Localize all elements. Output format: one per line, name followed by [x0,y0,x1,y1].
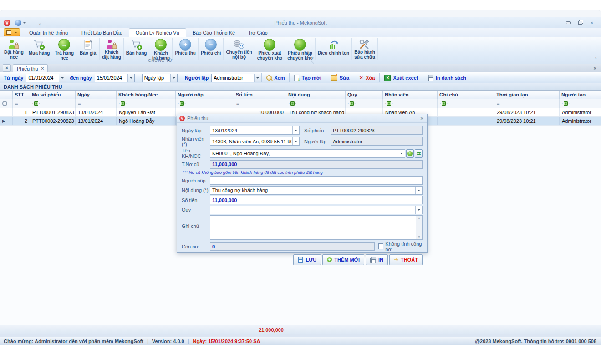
view-button[interactable]: Xem [261,73,289,82]
app-logo-icon[interactable]: V [4,20,10,26]
print-list-button[interactable]: In danh sách [423,73,471,82]
col-ma-so-phieu[interactable]: Mã số phiếu [30,91,76,99]
ribbon-button-phieu-nhap-chuyen-kho[interactable]: ↓ Phiếu nhập chuyển kho [285,38,316,60]
filter-noi-dung[interactable]: ‹› [286,99,346,108]
col-so-tien[interactable]: Số tiền [234,91,286,99]
filter-nguoi-tao[interactable]: ‹› [560,99,601,108]
ngay-lap-combo[interactable]: 13/01/2024 [210,126,300,135]
ten-kh-combo[interactable]: KH0001, Ngô Hoàng Đẫy, [210,149,405,158]
tabstrip-close-icon[interactable]: × [594,66,596,71]
filter-quy[interactable]: ‹› [346,99,383,108]
col-nguoi-tao[interactable]: Người tạo [560,91,601,99]
ghi-chu-textarea[interactable]: ▲▼ [210,215,423,240]
scrollbar[interactable]: ▲▼ [416,216,422,239]
chevron-down-icon[interactable] [415,206,422,214]
ribbon-button-chuyen-tien-noi-bo[interactable]: Chuyển tiền nội bộ [224,38,255,60]
ribbon-button-tra-hang-ncc[interactable]: → Trả hàng ncc [52,38,76,60]
close-panel-icon[interactable]: × [3,64,11,72]
filter-ngay[interactable]: = [76,99,117,108]
creator-combo[interactable]: Administrator [211,74,261,82]
col-noi-dung[interactable]: Nội dung [286,91,346,99]
ribbon-collapse-icon[interactable]: ⌃ [594,57,597,61]
ribbon-button-dat-hang-ncc[interactable]: Đặt hàng ncc [2,38,26,60]
col-khach-hang[interactable]: Khách hàng/Ncc [117,91,176,99]
add-customer-button[interactable]: + [406,149,414,158]
restore-button[interactable] [577,20,583,25]
col-nhan-vien[interactable]: Nhân viên [383,91,438,99]
edit-button[interactable]: Sửa [326,73,354,82]
ribbon-button-phieu-thu[interactable]: + Phiếu thu [173,38,199,60]
checkbox-box[interactable] [378,243,383,249]
scroll-down-icon[interactable]: ▼ [418,235,421,238]
ribbon-button-mua-hang[interactable]: Mua hàng [26,38,53,60]
chevron-down-icon[interactable] [292,126,299,134]
filter-nguoi-nop[interactable]: ‹› [176,99,234,108]
tab-phieu-thu[interactable]: Phiếu thu × [13,64,48,72]
chevron-down-icon[interactable] [254,74,261,82]
col-stt[interactable]: STT [13,91,30,99]
chevron-down-icon[interactable] [292,137,299,145]
ribbon-button-khach-dat-hang[interactable]: Khách đặt hàng [100,38,124,60]
menu-tab-bao-cao-thong-ke[interactable]: Báo Cáo Thống Kê [186,29,241,37]
noi-dung-combo[interactable]: Thu công nợ khách hàng [210,186,423,195]
chevron-down-icon[interactable] [127,74,134,82]
save-button[interactable]: LƯU [293,254,321,265]
refresh-customer-button[interactable]: ⇄ [415,149,423,158]
ribbon-button-phieu-xuat-chuyen-kho[interactable]: ↑ Phiếu xuất chuyển kho [255,38,285,60]
menu-tab-tro-giup[interactable]: Trợ Giúp [241,29,274,37]
chevron-down-icon[interactable] [398,150,405,157]
toolbar-pin-icon[interactable]: ⌄ [38,20,41,25]
filter-khach-hang[interactable]: ‹› [117,99,176,108]
chevron-down-icon[interactable] [59,74,66,82]
copyright-text: @2023 MekongSoft. Thông tin hỗ trợ: 0901… [475,339,596,344]
close-button[interactable]: × [589,20,595,25]
col-thoi-gian-tao[interactable]: Thời gian tạo [494,91,560,99]
add-new-button[interactable]: + THÊM MỚI [322,254,364,265]
chevron-down-icon[interactable] [23,22,26,25]
chevron-down-icon[interactable] [415,187,422,194]
filter-ma-so-phieu[interactable]: ‹› [30,99,76,108]
filter-so-tien[interactable]: = [234,99,286,108]
delete-button[interactable]: ✕ Xóa [354,73,379,82]
noi-dung-label: Nội dung (*) [182,187,210,193]
ribbon-button-bao-gia[interactable]: Báo giá [76,38,100,60]
to-date-combo[interactable]: 15/01/2024 [95,74,135,82]
application-menu-button[interactable] [4,28,20,36]
from-date-combo[interactable]: 01/01/2024 [26,74,66,82]
ribbon-button-ban-hang[interactable]: Bán hàng [124,38,150,60]
filter-thoi-gian-tao[interactable]: = [494,99,560,108]
minimize-button[interactable] [565,20,571,25]
filter-ghi-chu[interactable]: ‹› [438,99,494,108]
ribbon-button-phieu-chi[interactable]: − Phiếu chi [199,38,224,60]
col-quy[interactable]: Quỹ [346,91,383,99]
col-ngay[interactable]: Ngày [76,91,117,99]
create-new-button[interactable]: Tạo mới [289,73,326,82]
exit-button[interactable]: ➔ THOÁT [389,254,423,265]
chevron-down-icon[interactable] [170,74,177,82]
so-tien-label: Số tiền [182,197,210,203]
nhan-vien-combo[interactable]: 14308, Nhân viên An, 0939 55 11 90 [210,137,300,146]
col-nguoi-nop[interactable]: Người nộp [176,91,234,99]
fullscreen-button[interactable] [554,20,559,25]
date-type-combo[interactable]: Ngày lập [142,74,178,82]
ribbon-button-dieu-chinh-ton[interactable]: Điều chỉnh tồn [316,38,352,60]
tab-close-icon[interactable]: × [41,66,44,71]
export-excel-button[interactable]: X Xuất excel [379,73,422,82]
khong-tinh-cong-no-checkbox[interactable]: Không tính công nợ [378,241,423,252]
quick-access-icon[interactable] [15,20,21,26]
nguoi-nop-input[interactable] [210,176,423,185]
filter-nhan-vien[interactable]: ‹› [383,99,438,108]
menu-tab-thiet-lap-ban-dau[interactable]: Thiết Lập Ban Đầu [74,29,129,37]
ribbon-button-khach-tra-hang[interactable]: ← Khách trả hàng [149,38,173,60]
menu-tab-quan-tri-he-thong[interactable]: Quản trị hệ thống [23,29,74,37]
dialog-close-icon[interactable]: ✕ [420,116,424,121]
so-tien-input[interactable]: 11,000,000 [210,196,423,204]
filter-stt[interactable]: = [13,99,30,108]
ribbon-button-bao-hanh-sua-chua[interactable]: Bảo hành sửa chữa [352,38,378,60]
quy-combo[interactable] [210,206,423,214]
dialog-title-bar[interactable]: V Phiếu thu ✕ [177,114,427,123]
print-button[interactable]: IN [366,254,388,265]
menu-tab-quan-ly-nghiep-vu[interactable]: Quản Lý Nghiệp Vụ [129,28,186,37]
scroll-up-icon[interactable]: ▲ [418,217,421,220]
col-ghi-chu[interactable]: Ghi chú [438,91,494,99]
